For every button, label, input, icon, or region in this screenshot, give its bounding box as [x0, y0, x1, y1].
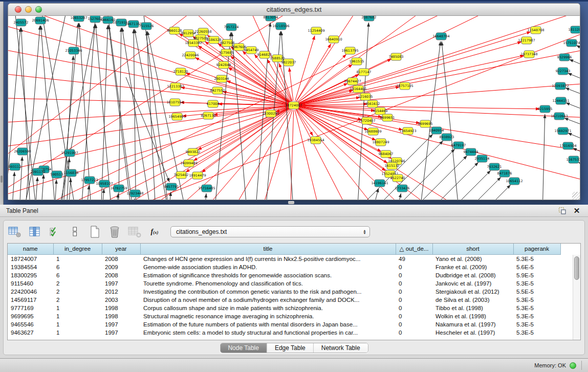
panel-collapse-handle[interactable]	[1, 176, 3, 183]
graph-node[interactable]: 18107554	[166, 99, 183, 106]
tab-edge-table[interactable]: Edge Table	[267, 343, 313, 353]
column-header-name[interactable]: name	[8, 244, 53, 254]
graph-node[interactable]: 8938923	[440, 134, 454, 141]
column-header-short[interactable]: short	[432, 244, 513, 254]
graph-node[interactable]: 9329966	[557, 54, 572, 61]
graph-node[interactable]: 22260558	[194, 28, 211, 35]
graph-node[interactable]: 2803144	[214, 75, 229, 82]
graph-node[interactable]: 10654112	[506, 178, 522, 185]
graph-node[interactable]: 9457791	[164, 183, 179, 190]
column-header-title[interactable]: title	[140, 244, 396, 254]
graph-node[interactable]: 7632621	[487, 163, 502, 170]
graph-node[interactable]: 19384554	[307, 137, 324, 144]
graph-node[interactable]: 2405572	[14, 19, 29, 26]
graph-node[interactable]: 9822037	[281, 59, 296, 66]
graph-node[interactable]: 19218596	[272, 23, 289, 30]
table-row[interactable]: 2242004622012Investigating the contribut…	[8, 288, 560, 296]
zoom-light-icon[interactable]	[35, 6, 42, 13]
graph-node[interactable]: 6479197	[451, 142, 466, 149]
delete-trash-icon[interactable]	[107, 225, 122, 238]
splitter-handle[interactable]	[288, 201, 294, 204]
network-graph[interactable]: 1872400786601288912954222605589827509818…	[8, 16, 580, 200]
new-document-icon[interactable]	[88, 225, 102, 238]
table-row[interactable]: 1456911722003Disruption of a novel membe…	[8, 296, 560, 304]
graph-node[interactable]: 1167531	[567, 156, 580, 163]
function-builder-icon[interactable]: f(x)	[147, 225, 162, 238]
graph-node[interactable]: 9684067	[379, 150, 394, 158]
graph-node[interactable]: 2718120	[173, 68, 188, 75]
graph-node[interactable]: 13164401	[350, 85, 366, 93]
select-all-columns-icon[interactable]	[48, 225, 62, 238]
graph-node[interactable]: 15291997	[61, 149, 78, 157]
tab-node-table[interactable]: Node Table	[220, 343, 267, 353]
graph-node[interactable]: 9242848	[216, 61, 231, 69]
graph-node[interactable]: 15716485	[198, 185, 215, 192]
graph-node[interactable]: 10653287	[70, 16, 87, 21]
close-panel-icon[interactable]: ✕	[572, 206, 582, 215]
column-header-pagerank[interactable]: pagerank	[513, 244, 560, 254]
graph-node[interactable]: 9493822	[186, 148, 201, 156]
graph-node[interactable]: 2522740	[390, 174, 405, 182]
graph-node[interactable]: 8177147	[357, 69, 372, 76]
table-scrollbar[interactable]	[573, 255, 580, 340]
graph-node[interactable]: 1733426	[395, 185, 410, 192]
graph-node[interactable]: 8454749	[244, 47, 259, 54]
table-row[interactable]: 977716911998Corpus callosum shape and si…	[8, 304, 560, 312]
graph-node[interactable]: 16210643	[551, 113, 568, 120]
graph-node[interactable]: 1961515	[350, 58, 364, 65]
table-row[interactable]: 946554611997Estimation of the future num…	[8, 320, 560, 329]
window-titlebar[interactable]: citations_edges.txt	[8, 4, 580, 16]
window-resize-grip[interactable]	[572, 192, 580, 200]
column-header-out_degree[interactable]: △ out_de...	[396, 244, 432, 254]
graph-node[interactable]: 22420046	[182, 52, 199, 59]
graph-node[interactable]: 8660128	[167, 27, 182, 34]
graph-node[interactable]: 8427552	[210, 87, 225, 94]
graph-node[interactable]: 2087682	[362, 16, 377, 21]
graph-node[interactable]: 26206590	[14, 148, 31, 155]
float-panel-icon[interactable]	[557, 206, 568, 215]
graph-node[interactable]: 15751074	[563, 39, 580, 47]
graph-node[interactable]: 1216035	[358, 93, 373, 100]
graph-node[interactable]: 8912954	[181, 30, 196, 37]
graph-node[interactable]: 20691406	[32, 17, 49, 24]
graph-node[interactable]: 1156838	[64, 169, 79, 177]
graph-node[interactable]: 2391170	[31, 168, 46, 176]
table-scrollbar-thumb[interactable]	[574, 256, 579, 280]
graph-node[interactable]: 9561612	[365, 100, 380, 107]
graph-node[interactable]: 7957224	[224, 24, 239, 31]
graph-node[interactable]: 19613795	[341, 47, 358, 54]
graph-node[interactable]: 18757105	[396, 82, 413, 90]
graph-node[interactable]: 11254409	[308, 27, 324, 34]
graph-node[interactable]: 417004	[207, 100, 220, 107]
graph-node[interactable]: 21053346	[65, 47, 82, 54]
graph-node[interactable]: 9154469	[373, 107, 388, 115]
graph-node[interactable]: 2935114	[475, 155, 490, 162]
graph-node[interactable]: 993112	[9, 163, 21, 170]
graph-node[interactable]: 16640910	[325, 36, 342, 43]
graph-node[interactable]: 12217987	[518, 37, 535, 44]
table-row[interactable]: 911546021997Tourette syndrome. Phenomeno…	[8, 279, 560, 288]
graph-node[interactable]: 8215955	[538, 105, 553, 113]
table-row[interactable]: 1938455462009Genome-wide association stu…	[8, 263, 560, 271]
graph-node[interactable]: 9227343	[556, 68, 571, 75]
table-selector-dropdown[interactable]: citations_edges.txt ▲▼	[170, 226, 370, 237]
table-row[interactable]: 946362711997Embryonic stem cells: a mode…	[8, 329, 560, 337]
graph-node[interactable]: 3175685	[219, 49, 234, 56]
column-header-in_degree[interactable]: in_degree	[53, 244, 102, 254]
graph-node[interactable]: 1615132	[385, 162, 400, 169]
graph-node[interactable]: 1840954	[429, 127, 444, 134]
row-options-icon[interactable]	[68, 225, 82, 238]
graph-node[interactable]: 16648784	[432, 33, 449, 40]
graph-node[interactable]: 9699695	[418, 120, 433, 127]
graph-node[interactable]: 7485083	[389, 53, 404, 60]
graph-node[interactable]: 8813054	[264, 16, 278, 21]
graph-node[interactable]: 14099489	[180, 160, 197, 167]
minimize-light-icon[interactable]	[25, 6, 32, 13]
graph-node[interactable]: 8186328	[207, 36, 222, 43]
network-canvas[interactable]: 1872400786601288912954222605589827509818…	[8, 16, 580, 200]
graph-node[interactable]: 7515526	[139, 23, 154, 30]
graph-node[interactable]: 8267130	[201, 112, 216, 119]
show-columns-icon[interactable]	[28, 225, 42, 238]
delete-table-icon[interactable]	[127, 225, 142, 238]
graph-node[interactable]: 7625402	[174, 171, 189, 179]
